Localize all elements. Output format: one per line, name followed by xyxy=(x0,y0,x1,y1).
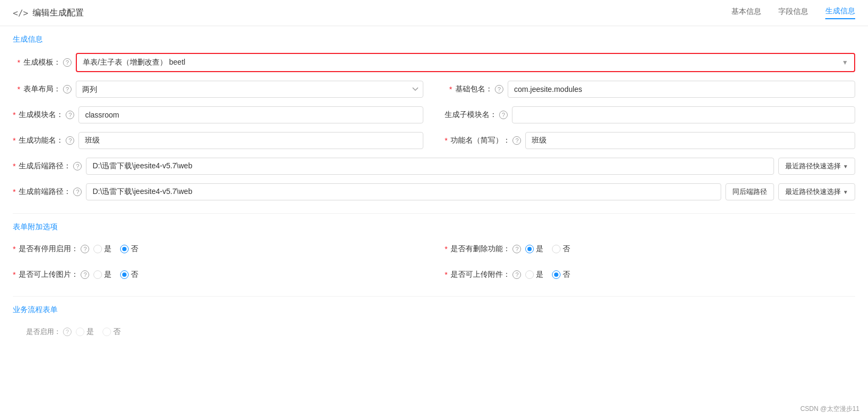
module-help-icon[interactable]: ? xyxy=(66,111,74,119)
upload-attach-help-icon[interactable]: ? xyxy=(512,270,521,279)
upload-img-radio-group: 是 否 xyxy=(93,266,423,283)
divider-2 xyxy=(13,296,855,297)
layout-help-icon[interactable]: ? xyxy=(63,85,72,94)
workflow-control-1: 是 否 xyxy=(76,323,855,339)
layout-select[interactable]: 两列 xyxy=(76,81,423,98)
required-star: * xyxy=(18,58,20,67)
generate-info-title: 生成信息 xyxy=(13,35,855,44)
layout-package-row: * 表单布局： ? 两列 * 基础包名： ? xyxy=(13,81,855,98)
upload-attach-yes-radio[interactable]: 是 xyxy=(525,270,543,279)
function-name-input[interactable] xyxy=(78,132,423,149)
required-star: * xyxy=(13,188,15,196)
workflow-yes-radio[interactable]: 是 xyxy=(76,327,94,337)
delete-yes-radio-circle xyxy=(525,245,534,253)
disable-radio-group: 是 否 xyxy=(93,240,423,258)
frontend-path-recent-btn[interactable]: 最近路径快速选择 ▼ xyxy=(778,183,855,200)
disable-no-label: 否 xyxy=(131,244,138,254)
delete-help-icon[interactable]: ? xyxy=(512,245,521,253)
tab-fields[interactable]: 字段信息 xyxy=(778,7,808,19)
required-star: * xyxy=(445,270,447,279)
backend-path-row-inner: 最近路径快速选择 ▼ xyxy=(86,158,855,175)
workflow-yes-label: 是 xyxy=(86,327,94,337)
backend-path-label: * 生成后端路径： ? xyxy=(13,161,82,171)
tab-basic[interactable]: 基本信息 xyxy=(731,7,761,19)
delete-no-radio[interactable]: 否 xyxy=(552,244,570,254)
base-package-label: * 基础包名： ? xyxy=(445,84,503,94)
workflow-no-radio[interactable]: 否 xyxy=(102,327,121,337)
generate-info-section: 生成信息 * 生成模板： ? 单表/主子表（增删改查） beetl ▼ xyxy=(13,35,855,200)
template-row: * 生成模板： ? 单表/主子表（增删改查） beetl ▼ xyxy=(13,53,855,72)
template-help-icon[interactable]: ? xyxy=(63,58,72,67)
function-short-control xyxy=(525,132,855,149)
upload-attach-no-circle xyxy=(552,270,561,279)
template-control: 单表/主子表（增删改查） beetl ▼ xyxy=(76,53,855,72)
sub-module-item: 生成子模块名： ? xyxy=(445,106,855,123)
template-select[interactable]: 单表/主子表（增删改查） beetl ▼ xyxy=(76,53,855,72)
frontend-path-help-icon[interactable]: ? xyxy=(73,188,82,196)
upload-img-yes-radio[interactable]: 是 xyxy=(93,270,112,279)
delete-item: * 是否有删除功能： ? 是 否 xyxy=(445,240,855,258)
upload-img-label-text: 是否可上传图片： xyxy=(19,270,78,279)
disable-no-radio[interactable]: 否 xyxy=(120,244,138,254)
form-options-section: 表单附加选项 * 是否有停用启用： ? 是 xyxy=(13,222,855,283)
base-package-item: * 基础包名： ? xyxy=(445,81,855,98)
workflow-section: 业务流程表单 是否启用： ? 是 否 xyxy=(13,305,855,339)
workflow-radio-1: 是 否 xyxy=(76,323,855,339)
required-star: * xyxy=(13,245,15,253)
upload-attach-label-text: 是否可上传附件： xyxy=(451,270,510,279)
tab-generate[interactable]: 生成信息 xyxy=(825,6,855,19)
delete-yes-radio[interactable]: 是 xyxy=(525,244,543,254)
upload-attach-no-radio[interactable]: 否 xyxy=(552,270,570,279)
upload-img-yes-label: 是 xyxy=(104,270,112,279)
upload-attach-label: * 是否可上传附件： ? xyxy=(445,270,521,279)
frontend-path-input[interactable] xyxy=(86,183,721,200)
required-star: * xyxy=(449,85,452,94)
disable-yes-radio-circle xyxy=(93,245,102,253)
page-content: 生成信息 * 生成模板： ? 单表/主子表（增删改查） beetl ▼ xyxy=(0,26,868,361)
header-left: </> 编辑生成配置 xyxy=(13,7,84,19)
upload-attach-radio-group: 是 否 xyxy=(525,266,855,283)
code-icon: </> xyxy=(13,8,28,18)
disable-item: * 是否有停用启用： ? 是 否 xyxy=(13,240,423,258)
required-star: * xyxy=(445,136,447,145)
function-short-help-icon[interactable]: ? xyxy=(512,136,521,145)
function-name-help-icon[interactable]: ? xyxy=(66,136,74,145)
divider-1 xyxy=(13,213,855,214)
required-star: * xyxy=(445,245,447,253)
workflow-title: 业务流程表单 xyxy=(13,305,855,315)
function-short-input[interactable] xyxy=(525,132,855,149)
backend-path-row: * 生成后端路径： ? 最近路径快速选择 ▼ xyxy=(13,158,855,175)
frontend-path-btn-text: 最近路径快速选择 xyxy=(785,187,841,197)
base-package-control xyxy=(508,81,855,98)
form-options-title: 表单附加选项 xyxy=(13,222,855,232)
backend-path-recent-btn[interactable]: 最近路径快速选择 ▼ xyxy=(778,158,855,175)
workflow-no-circle xyxy=(102,328,111,336)
base-package-help-icon[interactable]: ? xyxy=(495,85,503,94)
module-submodule-row: * 生成模块名： ? 生成子模块名： ? xyxy=(13,106,855,123)
sub-module-help-icon[interactable]: ? xyxy=(499,111,508,119)
backend-path-help-icon[interactable]: ? xyxy=(73,162,82,170)
workflow-help-icon[interactable]: ? xyxy=(63,328,72,336)
workflow-label-1: 是否启用： ? xyxy=(13,327,72,337)
workflow-yes-circle xyxy=(76,328,84,336)
upload-img-no-circle xyxy=(120,270,129,279)
module-input[interactable] xyxy=(78,106,423,123)
base-package-input[interactable] xyxy=(508,81,855,98)
upload-img-yes-circle xyxy=(93,270,102,279)
module-label: * 生成模块名： ? xyxy=(13,110,74,120)
frontend-path-row-inner: 同后端路径 最近路径快速选择 ▼ xyxy=(86,183,855,200)
page-header: </> 编辑生成配置 基本信息 字段信息 生成信息 xyxy=(0,0,868,26)
upload-img-help-icon[interactable]: ? xyxy=(81,270,89,279)
sub-module-input[interactable] xyxy=(512,106,855,123)
upload-img-label: * 是否可上传图片： ? xyxy=(13,270,89,279)
delete-no-label: 否 xyxy=(563,244,570,254)
backend-path-input[interactable] xyxy=(86,158,774,175)
disable-help-icon[interactable]: ? xyxy=(81,245,89,253)
disable-delete-row: * 是否有停用启用： ? 是 否 xyxy=(13,240,855,258)
disable-yes-radio[interactable]: 是 xyxy=(93,244,112,254)
upload-img-control: 是 否 xyxy=(93,266,423,283)
frontend-same-btn[interactable]: 同后端路径 xyxy=(725,183,774,200)
upload-img-item: * 是否可上传图片： ? 是 否 xyxy=(13,266,423,283)
backend-path-btn-arrow-icon: ▼ xyxy=(843,164,848,169)
upload-img-no-radio[interactable]: 否 xyxy=(120,270,138,279)
